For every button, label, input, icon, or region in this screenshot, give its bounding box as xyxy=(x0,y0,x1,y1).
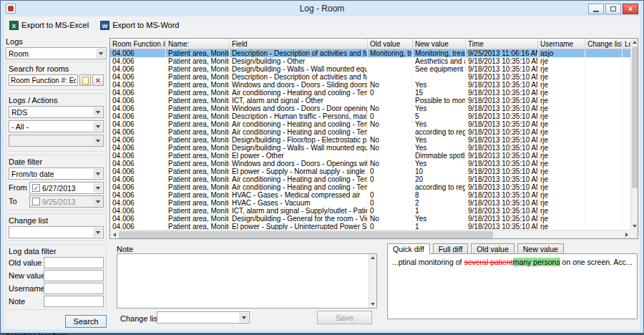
table-row[interactable]: 04.006Patient area, MonitoringDescriptio… xyxy=(110,112,630,120)
cell xyxy=(623,89,630,97)
table-row[interactable]: 04.006Patient area, MonitoringDesign/bui… xyxy=(110,57,630,65)
note-textarea[interactable] xyxy=(117,253,377,309)
scroll-down-icon[interactable] xyxy=(369,301,376,308)
table-row[interactable]: 04.006Patient area, MonitoringEl power -… xyxy=(110,168,630,175)
cell: Patient area, Monitoring xyxy=(166,57,230,65)
table-row[interactable]: 04.006Patient area, MonitoringWindows an… xyxy=(110,81,630,89)
table-row[interactable]: 04.006Patient area, MonitoringAir condit… xyxy=(110,175,630,183)
table-row[interactable]: 04.006Patient area, MonitoringAir condit… xyxy=(110,128,630,136)
cell: Patient area, Monitoring xyxy=(166,199,230,207)
action-select[interactable]: - All - xyxy=(9,120,104,132)
table-row[interactable]: 04.006Patient area, MonitoringWindows an… xyxy=(110,160,630,168)
tab-quick-diff[interactable]: Quick diff xyxy=(387,243,430,254)
table-row[interactable]: 04.006Patient area, MonitoringAir condit… xyxy=(110,183,630,191)
tab-new-value[interactable]: New value xyxy=(517,243,564,253)
scroll-up-icon[interactable] xyxy=(369,254,376,261)
column-header-change-list[interactable]: Change list xyxy=(585,39,623,49)
sub-action-select[interactable] xyxy=(9,135,104,147)
export-word-button[interactable]: W Export to MS-Word xyxy=(100,21,179,30)
search-button[interactable]: Search xyxy=(65,315,107,328)
scroll-down-icon[interactable] xyxy=(631,223,638,230)
note-filter-input[interactable] xyxy=(44,296,104,307)
excel-icon: X xyxy=(9,21,19,30)
from-date-picker[interactable]: ✓ 6/27/2013 xyxy=(29,182,104,194)
table-row[interactable]: 04.006Patient area, MonitoringDescriptio… xyxy=(110,73,630,81)
grid-horizontal-scrollbar[interactable] xyxy=(110,230,630,238)
column-header-time[interactable]: Time xyxy=(466,39,538,49)
log-source-select[interactable]: RDS xyxy=(9,106,104,118)
export-excel-button[interactable]: X Export to MS-Excel xyxy=(9,21,89,30)
to-date-checkbox[interactable] xyxy=(32,198,40,205)
cell: 04.006 xyxy=(110,215,166,223)
cell: Air conditioning - Heating and cooling -… xyxy=(230,175,368,183)
diff-suffix: on one screen. Acc... xyxy=(560,258,633,266)
table-row[interactable]: 04.006Patient area, MonitoringDesign/bui… xyxy=(110,136,630,144)
scroll-right-icon[interactable] xyxy=(623,230,630,238)
table-row[interactable]: 04.006Patient area, MonitoringDesign/bui… xyxy=(110,65,630,73)
column-header-field[interactable]: Field xyxy=(230,39,368,49)
cell: 1 xyxy=(413,207,466,215)
to-date-picker[interactable]: 9/25/2013 xyxy=(29,195,104,208)
log-data-filter-label: Log data filter xyxy=(9,247,104,256)
column-header-room-function[interactable]: Room Function #: xyxy=(110,39,166,49)
room-filter-input[interactable] xyxy=(9,74,78,86)
scroll-up-icon[interactable] xyxy=(631,39,638,46)
cell: 04.006 xyxy=(110,144,166,152)
table-row[interactable]: 04.006Patient area, MonitoringAir condit… xyxy=(110,89,630,97)
save-button[interactable]: Save xyxy=(317,311,372,324)
vertical-scroll-thumb[interactable] xyxy=(632,47,638,188)
from-date-checkbox[interactable]: ✓ xyxy=(32,184,40,192)
maximize-button[interactable] xyxy=(605,4,621,14)
cell: Patient area, Monitoring xyxy=(166,168,230,175)
cell: rje xyxy=(538,160,585,168)
tab-full-diff[interactable]: Full diff xyxy=(433,243,469,253)
column-header-name[interactable]: Name: xyxy=(166,39,230,49)
change-list-bottom-select[interactable] xyxy=(157,311,250,324)
scroll-left-icon[interactable] xyxy=(110,230,118,238)
cell: Patient area, Monitoring xyxy=(166,120,230,128)
cell xyxy=(585,89,623,97)
table-row[interactable]: 04.006Patient area, MonitoringDesign/bui… xyxy=(110,144,630,152)
username-input[interactable] xyxy=(44,283,104,294)
change-list-select[interactable] xyxy=(9,226,104,238)
cell: 9/18/2013 10:35:10 AM xyxy=(466,97,538,105)
cell: 9/25/2013 11:06:16 AM xyxy=(466,49,538,57)
edit-room-filter-button[interactable] xyxy=(79,74,91,86)
table-row[interactable]: 04.006Patient area, MonitoringICT, alarm… xyxy=(110,97,630,105)
cell: rje xyxy=(538,144,585,152)
cell: 9/18/2013 10:35:10 AM xyxy=(466,191,538,199)
table-row[interactable]: 04.006Patient area, MonitoringEl power -… xyxy=(110,223,630,230)
close-button[interactable]: × xyxy=(623,4,638,14)
grid-vertical-scrollbar[interactable] xyxy=(630,39,638,230)
table-row[interactable]: 04.006Patient area, MonitoringHVAC - Gas… xyxy=(110,191,630,199)
column-header-username[interactable]: Username xyxy=(538,39,585,49)
tab-old-value[interactable]: Old value xyxy=(471,243,514,253)
cell xyxy=(368,97,413,105)
scrollbar-corner xyxy=(630,230,638,238)
column-header-new-value[interactable]: New value xyxy=(413,39,466,49)
titlebar[interactable]: Log - Room × xyxy=(1,1,643,16)
table-row[interactable]: 04.006Patient area, MonitoringDesign/bui… xyxy=(110,215,630,223)
table-row[interactable]: 04.006Patient area, MonitoringAir condit… xyxy=(110,120,630,128)
clear-room-filter-button[interactable]: × xyxy=(92,74,104,86)
table-row[interactable]: 04.006Patient area, MonitoringEl power -… xyxy=(110,152,630,160)
table-row[interactable]: 04.006Patient area, MonitoringHVAC - Gas… xyxy=(110,199,630,207)
table-row[interactable]: 04.006Patient area, MonitoringDescriptio… xyxy=(110,49,630,57)
old-value-input[interactable] xyxy=(44,257,104,268)
to-label: To xyxy=(9,197,28,205)
search-rooms-group: Search for rooms × xyxy=(6,62,107,90)
cell xyxy=(585,144,623,152)
diff-tabs: Quick diff Full diff Old value New value xyxy=(387,243,565,254)
minimize-button[interactable] xyxy=(588,4,604,14)
cell: according to regul... xyxy=(413,128,466,136)
table-row[interactable]: 04.006Patient area, MonitoringWindows an… xyxy=(110,105,630,112)
cell: El power - Supply - Normal supply - sing… xyxy=(230,168,368,175)
logs-select[interactable]: Room xyxy=(6,47,107,59)
column-header-old-value[interactable]: Old value xyxy=(368,39,413,49)
table-row[interactable]: 04.006Patient area, MonitoringICT, alarm… xyxy=(110,207,630,215)
horizontal-scroll-thumb[interactable] xyxy=(119,231,493,238)
note-scrollbar[interactable] xyxy=(369,254,376,308)
date-filter-select[interactable]: From/to date xyxy=(9,168,104,180)
cell: 10 xyxy=(413,168,466,175)
new-value-input[interactable] xyxy=(44,270,104,281)
